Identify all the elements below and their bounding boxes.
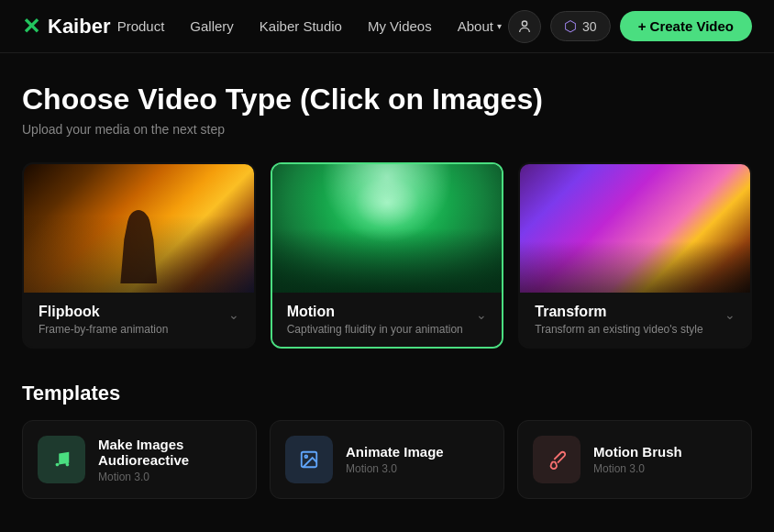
nav-kaiber-studio[interactable]: Kaiber Studio	[260, 18, 342, 34]
nav-gallery[interactable]: Gallery	[190, 18, 234, 34]
image-icon	[299, 449, 319, 470]
video-card-flipbook[interactable]: Flipbook Frame-by-frame animation ⌄	[22, 162, 256, 349]
music-note-icon	[51, 449, 72, 470]
template-animate-image[interactable]: Animate Image Motion 3.0	[270, 420, 504, 499]
create-video-button[interactable]: + Create Video	[620, 11, 752, 41]
motion-brush-icon	[533, 436, 580, 483]
user-icon-button[interactable]	[508, 10, 541, 43]
svg-point-2	[304, 455, 307, 458]
main-content: Choose Video Type (Click on Images) Uplo…	[0, 53, 774, 521]
transform-chevron-icon: ⌄	[724, 307, 735, 322]
logo-icon: ✕	[22, 14, 40, 39]
template-audioreactive[interactable]: Make Images Audioreactive Motion 3.0	[22, 420, 257, 499]
video-card-motion[interactable]: Motion Captivating fluidity in your anim…	[271, 162, 504, 349]
video-type-selector: Flipbook Frame-by-frame animation ⌄ Moti…	[22, 162, 752, 349]
flipbook-desc: Frame-by-frame animation	[39, 323, 168, 336]
flipbook-name: Flipbook	[39, 304, 168, 320]
animate-image-icon	[285, 436, 333, 483]
credits-icon: ⬡	[564, 17, 577, 35]
animate-image-name: Animate Image	[346, 444, 444, 460]
flipbook-chevron-icon: ⌄	[228, 307, 239, 322]
motion-thumbnail	[272, 164, 503, 293]
motion-brush-name: Motion Brush	[593, 444, 682, 460]
about-chevron-icon: ▾	[497, 21, 502, 31]
nav-about[interactable]: About ▾	[458, 18, 502, 34]
audioreactive-sub: Motion 3.0	[98, 471, 241, 483]
brush-icon	[547, 449, 567, 470]
motion-chevron-icon: ⌄	[476, 307, 487, 322]
credits-button[interactable]: ⬡ 30	[550, 11, 611, 41]
page-subtitle: Upload your media on the next step	[22, 122, 752, 137]
credits-count: 30	[582, 19, 597, 34]
transform-desc: Transform an existing video's style	[535, 323, 702, 336]
transform-name: Transform	[535, 304, 702, 320]
nav-product[interactable]: Product	[117, 18, 165, 34]
motion-brush-sub: Motion 3.0	[593, 462, 682, 475]
nav-links: Product Gallery Kaiber Studio My Videos …	[117, 18, 502, 34]
template-motion-brush[interactable]: Motion Brush Motion 3.0	[517, 420, 752, 499]
video-card-transform[interactable]: Transform Transform an existing video's …	[518, 162, 752, 349]
nav-right: ⬡ 30 + Create Video	[508, 10, 752, 43]
navbar: ✕ Kaiber Product Gallery Kaiber Studio M…	[0, 0, 774, 53]
motion-desc: Captivating fluidity in your animation	[287, 323, 463, 336]
user-icon	[517, 19, 532, 34]
svg-point-0	[522, 21, 526, 26]
page-title: Choose Video Type (Click on Images)	[22, 83, 752, 116]
templates-title: Templates	[22, 382, 752, 405]
templates-grid: Make Images Audioreactive Motion 3.0 Ani…	[22, 420, 752, 499]
logo[interactable]: ✕ Kaiber	[22, 14, 110, 39]
audioreactive-icon	[38, 436, 85, 483]
flipbook-thumbnail	[24, 164, 254, 293]
nav-my-videos[interactable]: My Videos	[368, 18, 432, 34]
audioreactive-name: Make Images Audioreactive	[98, 437, 241, 468]
animate-image-sub: Motion 3.0	[346, 462, 444, 475]
logo-text: Kaiber	[48, 15, 110, 39]
transform-thumbnail	[520, 164, 750, 293]
motion-name: Motion	[287, 304, 463, 320]
